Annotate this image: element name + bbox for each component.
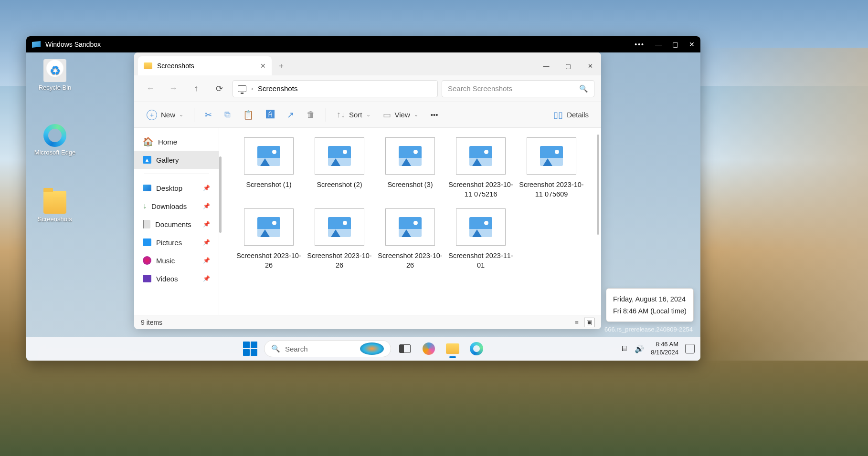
cut-button[interactable]: ✂ (200, 107, 217, 123)
pin-icon[interactable]: 📌 (203, 221, 210, 228)
search-icon: 🔍 (579, 84, 588, 93)
pin-icon[interactable]: 📌 (203, 203, 210, 209)
new-button[interactable]: + New ⌄ (142, 107, 188, 123)
file-name: Screenshot 2023-10-11 075609 (516, 180, 587, 199)
nav-back-button[interactable]: ← (141, 80, 160, 97)
view-list-button[interactable]: ≡ (572, 318, 582, 327)
start-button[interactable] (240, 339, 260, 359)
sidebar-item-music[interactable]: Music 📌 (134, 251, 219, 269)
file-item[interactable]: Screenshot (3) (375, 137, 445, 199)
task-view-icon (399, 344, 411, 353)
address-bar[interactable]: › Screenshots (233, 80, 438, 97)
copy-button[interactable]: ⧉ (220, 107, 235, 123)
task-view-button[interactable] (395, 339, 415, 359)
image-icon (257, 217, 280, 237)
image-icon (257, 146, 280, 166)
desktop-icon-label: Microsoft Edge (33, 149, 76, 156)
nav-forward-button[interactable]: → (164, 80, 183, 97)
pin-icon[interactable]: 📌 (203, 257, 210, 264)
file-item[interactable]: Screenshot 2023-10-26 (304, 208, 375, 270)
build-watermark: 666.rs_prerelease.240809-2254 (604, 326, 693, 333)
search-placeholder: Search Screenshots (448, 84, 512, 93)
notifications-button[interactable] (685, 344, 695, 353)
search-box[interactable]: Search Screenshots 🔍 (442, 80, 594, 97)
share-button[interactable]: ↗ (282, 107, 299, 123)
file-item[interactable]: Screenshot 2023-10-26 (233, 208, 304, 270)
edge-icon (470, 342, 483, 355)
sidebar-item-downloads[interactable]: ↓ Downloads 📌 (134, 197, 219, 215)
file-name: Screenshot (1) (233, 180, 304, 190)
pictures-icon (143, 238, 151, 246)
edge-taskbar-button[interactable] (466, 339, 487, 359)
tab-close-button[interactable]: ✕ (260, 62, 266, 70)
this-pc-icon (238, 85, 246, 92)
explorer-maximize-button[interactable]: ▢ (557, 56, 579, 75)
image-thumbnail (315, 137, 364, 175)
view-grid-button[interactable]: ▣ (584, 318, 594, 327)
new-tab-button[interactable]: ＋ (272, 56, 291, 75)
rename-button[interactable]: 🅰 (261, 107, 279, 123)
taskbar-clock[interactable]: 8:46 AM 8/16/2024 (651, 341, 678, 357)
view-button[interactable]: ▭ View ⌄ (378, 107, 423, 123)
image-thumbnail (244, 137, 294, 175)
image-icon (469, 217, 492, 237)
pin-icon[interactable]: 📌 (203, 275, 210, 282)
copilot-icon (423, 342, 435, 355)
pin-icon[interactable]: 📌 (203, 239, 210, 246)
explorer-tabstrip: Screenshots ✕ ＋ — ▢ ✕ (134, 52, 601, 75)
file-item[interactable]: Screenshot (2) (304, 137, 375, 199)
sandbox-menu-icon[interactable]: ••• (635, 41, 645, 48)
music-icon (143, 256, 151, 265)
sandbox-maximize-button[interactable] (672, 41, 678, 48)
document-icon (143, 220, 150, 228)
sidebar-item-pictures[interactable]: Pictures 📌 (134, 233, 219, 251)
pin-icon[interactable]: 📌 (203, 185, 210, 191)
sidebar-item-home[interactable]: 🏠 Home (134, 133, 219, 151)
file-name: Screenshot 2023-10-26 (304, 251, 375, 270)
desktop-icon-screenshots[interactable]: Screenshots (33, 191, 76, 223)
delete-button[interactable]: 🗑 (302, 107, 320, 123)
file-item[interactable]: Screenshot 2023-11-01 (445, 208, 516, 270)
details-pane-icon: ▯▯ (553, 110, 563, 120)
nav-refresh-button[interactable]: ⟳ (210, 80, 229, 97)
more-button[interactable]: ••• (426, 108, 443, 122)
volume-icon[interactable]: 🔊 (635, 344, 644, 353)
sidebar-item-videos[interactable]: Videos 📌 (134, 269, 219, 288)
desktop-icon-edge[interactable]: Microsoft Edge (33, 124, 76, 156)
folder-icon (446, 343, 459, 354)
sidebar-item-gallery[interactable]: ▲ Gallery (134, 151, 219, 169)
sidebar-item-documents[interactable]: Documents 📌 (134, 215, 219, 233)
file-item[interactable]: Screenshot 2023-10-26 (375, 208, 445, 270)
sandbox-minimize-button[interactable] (655, 41, 662, 48)
image-icon (540, 146, 563, 166)
file-name: Screenshot 2023-11-01 (445, 251, 516, 270)
taskbar-search[interactable]: 🔍 Search (264, 340, 391, 357)
sidebar-item-desktop[interactable]: Desktop 📌 (134, 179, 219, 197)
explorer-sidebar: 🏠 Home ▲ Gallery Desktop 📌 ↓ (134, 128, 219, 315)
file-item[interactable]: Screenshot 2023-10-11 075216 (445, 137, 516, 199)
file-explorer-taskbar-button[interactable] (443, 339, 463, 359)
sort-button[interactable]: ↑↓ Sort ⌄ (332, 107, 375, 123)
explorer-minimize-button[interactable]: — (535, 56, 557, 75)
home-icon: 🏠 (143, 136, 153, 147)
network-icon[interactable]: 🖥 (620, 344, 628, 353)
sandbox-desktop[interactable]: Recycle Bin Microsoft Edge Screenshots S… (26, 52, 700, 361)
desktop-icon-recycle-bin[interactable]: Recycle Bin (33, 59, 76, 91)
file-name: Screenshot 2023-10-26 (233, 251, 304, 270)
breadcrumb-segment[interactable]: Screenshots (258, 84, 297, 93)
copilot-button[interactable] (419, 339, 439, 359)
file-item[interactable]: Screenshot 2023-10-11 075609 (516, 137, 587, 199)
explorer-tab[interactable]: Screenshots ✕ (138, 56, 272, 75)
file-name: Screenshot 2023-10-11 075216 (445, 180, 516, 199)
file-item[interactable]: Screenshot (1) (233, 137, 304, 199)
separator (326, 108, 326, 122)
nav-up-button[interactable]: ↑ (187, 80, 206, 97)
explorer-close-button[interactable]: ✕ (579, 56, 601, 75)
details-button[interactable]: ▯▯ Details (549, 107, 593, 123)
sandbox-window: Windows Sandbox ••• Recycle Bin Microsof… (26, 36, 700, 361)
paste-button[interactable]: 📋 (238, 107, 258, 123)
sort-icon: ↑↓ (337, 110, 345, 120)
file-grid[interactable]: Screenshot (1) Screenshot (2) Screenshot… (219, 128, 601, 315)
sandbox-titlebar[interactable]: Windows Sandbox ••• (26, 36, 700, 52)
sandbox-close-button[interactable] (689, 41, 695, 48)
